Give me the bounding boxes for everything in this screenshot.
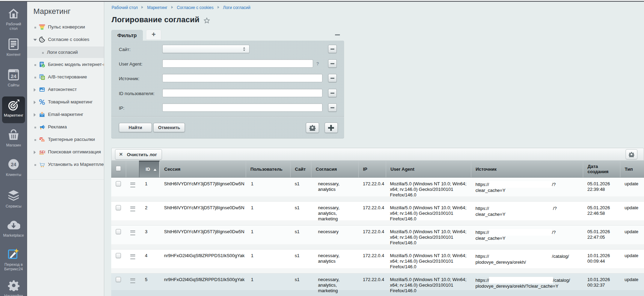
svg-text:24: 24 <box>11 73 17 79</box>
svg-text:SEO: SEO <box>39 150 45 154</box>
svg-text:в: в <box>42 77 43 79</box>
svg-text:24: 24 <box>11 162 16 167</box>
